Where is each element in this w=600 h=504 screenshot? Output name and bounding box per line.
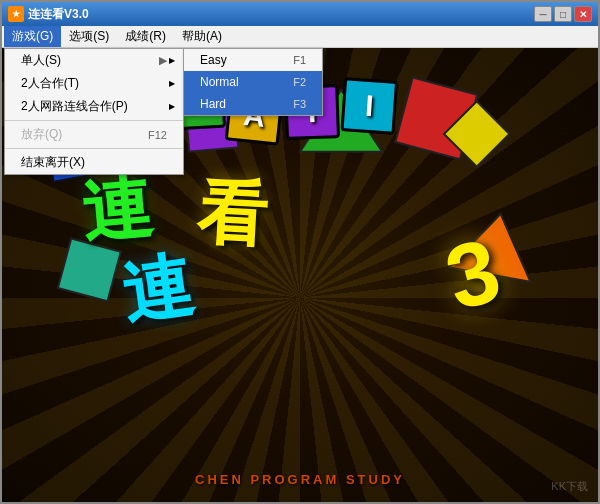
maximize-button[interactable]: □: [554, 6, 572, 22]
chinese-lian2: 連: [116, 239, 198, 342]
chinese-kan: 看: [195, 166, 270, 264]
main-window: ★ 连连看V3.0 ─ □ ✕ 游戏(G) 单人(S) ▶ Easy: [0, 0, 600, 504]
menu-item-exit[interactable]: 结束离开(X): [5, 151, 183, 174]
credit-text: CHEN PROGRAM STUDY: [195, 472, 405, 487]
menu-easy[interactable]: Easy F1: [184, 49, 322, 71]
single-submenu: Easy F1 Normal F2 Hard F3: [183, 48, 323, 116]
menu-help[interactable]: 帮助(A): [174, 26, 230, 47]
window-controls: ─ □ ✕: [534, 6, 592, 22]
menu-item-pause[interactable]: 放弃(Q) F12: [5, 123, 183, 146]
menu-options[interactable]: 选项(S): [61, 26, 117, 47]
letter-i2: I: [340, 77, 398, 135]
separator-2: [5, 148, 183, 149]
menu-scores[interactable]: 成绩(R): [117, 26, 174, 47]
close-button[interactable]: ✕: [574, 6, 592, 22]
window-title: 连连看V3.0: [28, 6, 89, 23]
menu-item-online2[interactable]: 2人网路连线合作(P): [5, 95, 183, 118]
menu-item-single[interactable]: 单人(S) ▶ Easy F1 Normal F2 Hard: [5, 49, 183, 72]
title-bar-left: ★ 连连看V3.0: [8, 6, 89, 23]
game-dropdown: 单人(S) ▶ Easy F1 Normal F2 Hard: [4, 48, 184, 175]
menu-bar: 游戏(G) 单人(S) ▶ Easy F1 Normal F2: [2, 26, 598, 48]
minimize-button[interactable]: ─: [534, 6, 552, 22]
menu-normal[interactable]: Normal F2: [184, 71, 322, 93]
menu-game[interactable]: 游戏(G) 单人(S) ▶ Easy F1 Normal F2: [4, 26, 61, 47]
menu-item-coop2[interactable]: 2人合作(T): [5, 72, 183, 95]
watermark: KK下载: [551, 479, 588, 494]
separator-1: [5, 120, 183, 121]
menu-hard[interactable]: Hard F3: [184, 93, 322, 115]
title-bar: ★ 连连看V3.0 ─ □ ✕: [2, 2, 598, 26]
app-icon: ★: [8, 6, 24, 22]
